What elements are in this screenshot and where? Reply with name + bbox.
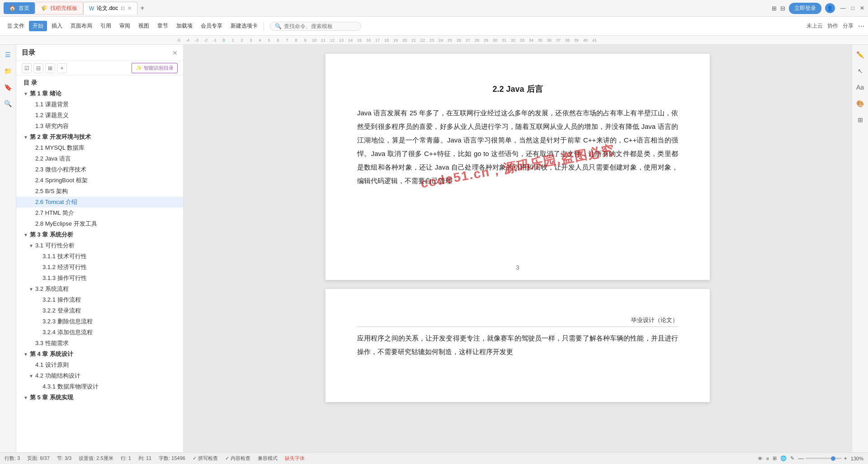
tab-template[interactable]: 🌾 找稻壳模板: [35, 2, 83, 14]
toc-item-13[interactable]: 2.8 MyEclipse 开发工具: [16, 218, 183, 229]
zoom-in-icon[interactable]: +: [844, 455, 847, 462]
spell-check[interactable]: ✓ 拼写检查: [193, 455, 218, 462]
minimize-button[interactable]: —: [840, 5, 846, 11]
edit-icon[interactable]: ✎: [790, 455, 794, 461]
grid-icon[interactable]: ⊟: [780, 5, 785, 12]
toc-item-23[interactable]: 3.2.4 添加信息流程: [16, 327, 183, 338]
toc-label-21: 3.2.2 登录流程: [42, 307, 81, 315]
toc-label-5: 第 2 章 开发环境与技术: [30, 133, 91, 141]
tab-restore[interactable]: ⊡: [121, 5, 125, 11]
share-btn[interactable]: 分享: [843, 22, 854, 30]
new-tab-button[interactable]: +: [137, 3, 147, 13]
cloud-status[interactable]: 未上云: [807, 22, 823, 30]
more-icon[interactable]: ⋯: [858, 23, 864, 30]
toc-collapse-all[interactable]: ⊟: [33, 63, 43, 73]
doc-tab-label: 论文.doc: [97, 5, 118, 12]
toc-expand-all[interactable]: ☑: [22, 63, 32, 73]
btn-view[interactable]: 视图: [135, 21, 153, 31]
toc-item-8[interactable]: 2.3 微信小程序技术: [16, 164, 183, 175]
search-box[interactable]: 🔍: [270, 22, 361, 31]
home-tab-label: 首页: [19, 5, 29, 12]
files-icon[interactable]: 📁: [2, 65, 14, 77]
tab-close-icon[interactable]: ✕: [127, 5, 132, 11]
btn-review[interactable]: 审阅: [116, 21, 134, 31]
toc-item-18[interactable]: 3.1.3 操作可行性: [16, 273, 183, 284]
toc-item-9[interactable]: 2.4 SpringBoot 框架: [16, 175, 183, 186]
toc-item-28[interactable]: 4.3.1 数据库物理设计: [16, 381, 183, 392]
maximize-button[interactable]: □: [851, 5, 854, 11]
layout-view-icon[interactable]: ≡: [766, 456, 769, 461]
toc-label-27: 4.2 功能结构设计: [35, 372, 80, 380]
right-style-icon[interactable]: Aa: [854, 81, 867, 94]
btn-layout[interactable]: 页面布局: [67, 21, 96, 31]
toc-item-25[interactable]: ▼第 4 章 系统设计: [16, 349, 183, 360]
zoom-thumb[interactable]: [831, 456, 835, 461]
toc-item-5[interactable]: ▼第 2 章 开发环境与技术: [16, 132, 183, 142]
search-input[interactable]: [284, 23, 356, 29]
page-view-icon[interactable]: ⊞: [773, 455, 777, 461]
toc-item-20[interactable]: 3.2.1 操作流程: [16, 294, 183, 305]
btn-member[interactable]: 会员专享: [197, 21, 226, 31]
main-area: ☰ 📁 🔖 🔍 目录 ✕ ☑ ⊟ ⊞ + ✨ 智能识别目录 目 录▼第 1 章 …: [0, 45, 868, 452]
zoom-out-icon[interactable]: —: [798, 455, 804, 462]
toc-item-7[interactable]: 2.2 Java 语言: [16, 153, 183, 164]
toc-item-16[interactable]: 3.1.1 技术可行性: [16, 251, 183, 262]
toc-item-0[interactable]: 目 录: [16, 77, 183, 88]
content-check[interactable]: ✓ 内容检查: [225, 455, 250, 462]
tab-doc[interactable]: W 论文.doc ⊡ ✕: [83, 2, 137, 14]
toc-item-22[interactable]: 3.2.3 删除信息流程: [16, 316, 183, 327]
toc-item-29[interactable]: ▼第 5 章 系统实现: [16, 392, 183, 403]
bookmark-icon[interactable]: 🔖: [2, 81, 14, 94]
toc-item-3[interactable]: 1.2 课题意义: [16, 110, 183, 121]
toc-item-10[interactable]: 2.5 B/S 架构: [16, 186, 183, 197]
toc-item-12[interactable]: 2.7 HTML 简介: [16, 208, 183, 218]
tab-home[interactable]: 🏠 首页: [4, 2, 35, 14]
btn-chapter[interactable]: 章节: [154, 21, 172, 31]
toc-item-24[interactable]: 3.3 性能需求: [16, 338, 183, 349]
toc-item-26[interactable]: 4.1 设计原则: [16, 360, 183, 370]
menu-file[interactable]: ☰ 文件: [4, 21, 28, 31]
toc-item-1[interactable]: ▼第 1 章 绪论: [16, 88, 183, 99]
toc-add[interactable]: +: [57, 63, 67, 73]
toc-item-15[interactable]: ▼3.1 可行性分析: [16, 240, 183, 251]
right-edit-icon[interactable]: ✏️: [854, 48, 867, 61]
document-area[interactable]: 2.2 Java 后言 Java 语言发展有 25 年多了，在互联网行业经过这么…: [184, 45, 852, 452]
sidebar-close-button[interactable]: ✕: [172, 49, 178, 57]
right-layout-icon[interactable]: ⊞: [854, 114, 867, 126]
ai-recognize-button[interactable]: ✨ 智能识别目录: [132, 63, 178, 73]
collab-btn[interactable]: 协作: [827, 22, 838, 30]
toc-item-2[interactable]: 1.1 课题背景: [16, 99, 183, 110]
eye-icon[interactable]: 👁: [758, 456, 763, 461]
close-button[interactable]: ✕: [860, 5, 864, 11]
search-icon: 🔍: [275, 23, 282, 29]
toc-item-6[interactable]: 2.1 MYSQL 数据库: [16, 142, 183, 153]
toc-item-11[interactable]: 2.6 Tomcat 介绍: [16, 197, 183, 208]
btn-insert[interactable]: 插入: [48, 21, 66, 31]
toc-icon[interactable]: ☰: [2, 48, 14, 61]
toc-options[interactable]: ⊞: [45, 63, 55, 73]
btn-start[interactable]: 开始: [29, 21, 47, 31]
web-view-icon[interactable]: 🌐: [780, 455, 787, 461]
user-avatar[interactable]: 👤: [825, 3, 835, 13]
toc-item-19[interactable]: ▼3.2 系统流程: [16, 284, 183, 294]
toc-item-27[interactable]: ▼4.2 功能结构设计: [16, 370, 183, 381]
search-sidebar-icon[interactable]: 🔍: [2, 97, 14, 110]
toc-content[interactable]: 目 录▼第 1 章 绪论1.1 课题背景1.2 课题意义1.3 研究内容▼第 2…: [16, 76, 183, 452]
zoom-track[interactable]: [806, 458, 842, 459]
toc-item-21[interactable]: 3.2.2 登录流程: [16, 305, 183, 316]
btn-new-select[interactable]: 新建选项卡: [227, 21, 261, 31]
toc-label-16: 3.1.1 技术可行性: [42, 252, 87, 260]
title-right-area: ⊞ ⊟ 立即登录 👤 — □ ✕: [772, 3, 864, 14]
toc-item-17[interactable]: 3.1.2 经济可行性: [16, 262, 183, 273]
zoom-level[interactable]: 130%: [851, 456, 863, 461]
toc-item-14[interactable]: ▼第 3 章 系统分析: [16, 229, 183, 240]
btn-addons[interactable]: 加载项: [173, 21, 196, 31]
toc-item-4[interactable]: 1.3 研究内容: [16, 121, 183, 132]
btn-cite[interactable]: 引用: [97, 21, 115, 31]
zoom-slider[interactable]: — +: [798, 455, 847, 462]
right-cursor-icon[interactable]: ↖: [854, 65, 867, 77]
right-theme-icon[interactable]: 🎨: [854, 97, 867, 110]
login-button[interactable]: 立即登录: [789, 3, 821, 14]
layout-icon[interactable]: ⊞: [772, 5, 777, 12]
toc-label-3: 1.2 课题意义: [35, 111, 69, 119]
